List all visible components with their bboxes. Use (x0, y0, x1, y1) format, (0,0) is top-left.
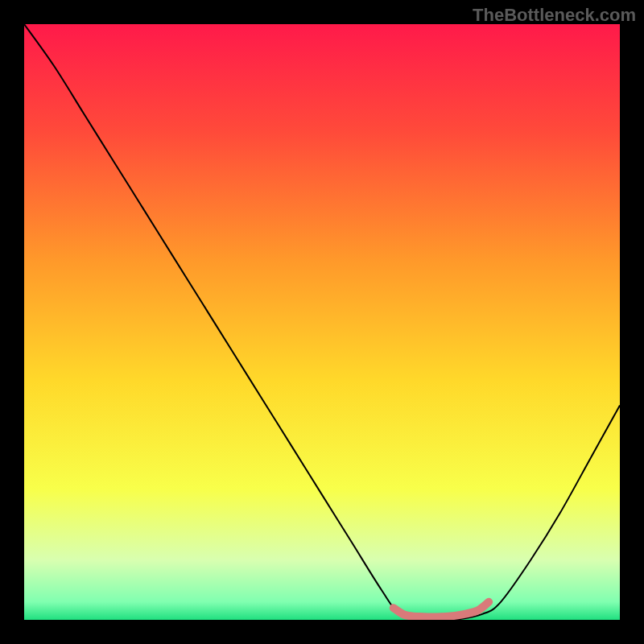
chart-frame (0, 0, 644, 644)
plot-area (24, 24, 620, 620)
bottleneck-curve (24, 24, 620, 620)
highlight-segment (394, 602, 489, 617)
watermark-text: TheBottleneck.com (473, 5, 636, 26)
curve-layer (24, 24, 620, 620)
